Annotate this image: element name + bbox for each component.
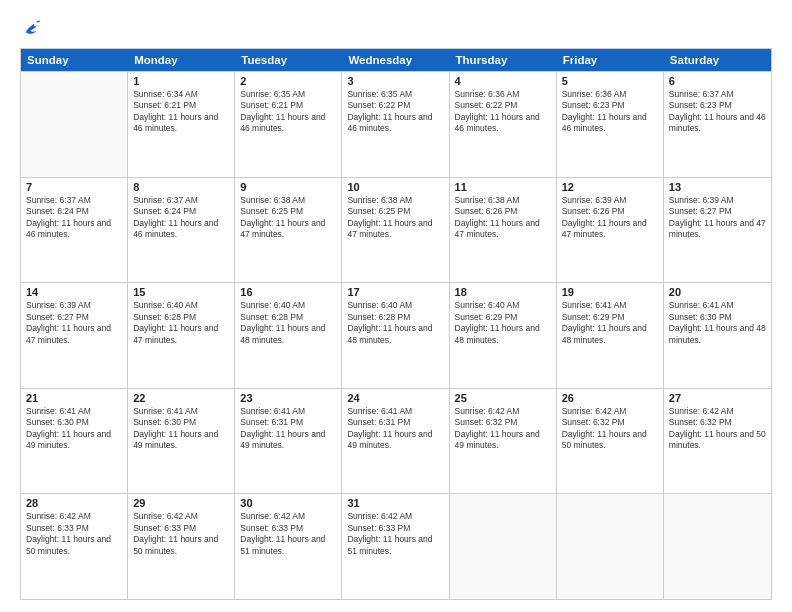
- day-number: 25: [455, 392, 551, 404]
- day-number: 18: [455, 286, 551, 298]
- day-info: Sunrise: 6:41 AMSunset: 6:30 PMDaylight:…: [669, 300, 766, 346]
- day-number: 30: [240, 497, 336, 509]
- day-number: 27: [669, 392, 766, 404]
- day-number: 28: [26, 497, 122, 509]
- day-info: Sunrise: 6:39 AMSunset: 6:26 PMDaylight:…: [562, 195, 658, 241]
- cal-cell-w4-d4: 24Sunrise: 6:41 AMSunset: 6:31 PMDayligh…: [342, 389, 449, 494]
- day-number: 26: [562, 392, 658, 404]
- day-number: 31: [347, 497, 443, 509]
- day-number: 20: [669, 286, 766, 298]
- cal-cell-w3-d6: 19Sunrise: 6:41 AMSunset: 6:29 PMDayligh…: [557, 283, 664, 388]
- week-row-1: 1Sunrise: 6:34 AMSunset: 6:21 PMDaylight…: [21, 71, 771, 177]
- day-info: Sunrise: 6:42 AMSunset: 6:33 PMDaylight:…: [133, 511, 229, 557]
- cal-cell-w3-d1: 14Sunrise: 6:39 AMSunset: 6:27 PMDayligh…: [21, 283, 128, 388]
- day-number: 16: [240, 286, 336, 298]
- page: SundayMondayTuesdayWednesdayThursdayFrid…: [0, 0, 792, 612]
- cal-cell-w4-d6: 26Sunrise: 6:42 AMSunset: 6:32 PMDayligh…: [557, 389, 664, 494]
- day-number: 23: [240, 392, 336, 404]
- cal-cell-w1-d6: 5Sunrise: 6:36 AMSunset: 6:23 PMDaylight…: [557, 72, 664, 177]
- day-number: 1: [133, 75, 229, 87]
- day-info: Sunrise: 6:38 AMSunset: 6:25 PMDaylight:…: [347, 195, 443, 241]
- cal-cell-w4-d7: 27Sunrise: 6:42 AMSunset: 6:32 PMDayligh…: [664, 389, 771, 494]
- cal-cell-w4-d2: 22Sunrise: 6:41 AMSunset: 6:30 PMDayligh…: [128, 389, 235, 494]
- day-number: 8: [133, 181, 229, 193]
- cal-cell-w3-d4: 17Sunrise: 6:40 AMSunset: 6:28 PMDayligh…: [342, 283, 449, 388]
- day-info: Sunrise: 6:41 AMSunset: 6:31 PMDaylight:…: [347, 406, 443, 452]
- day-info: Sunrise: 6:39 AMSunset: 6:27 PMDaylight:…: [26, 300, 122, 346]
- day-info: Sunrise: 6:37 AMSunset: 6:24 PMDaylight:…: [133, 195, 229, 241]
- header-day-tuesday: Tuesday: [235, 49, 342, 71]
- cal-cell-w5-d4: 31Sunrise: 6:42 AMSunset: 6:33 PMDayligh…: [342, 494, 449, 599]
- cal-cell-w4-d5: 25Sunrise: 6:42 AMSunset: 6:32 PMDayligh…: [450, 389, 557, 494]
- cal-cell-w2-d1: 7Sunrise: 6:37 AMSunset: 6:24 PMDaylight…: [21, 178, 128, 283]
- day-info: Sunrise: 6:39 AMSunset: 6:27 PMDaylight:…: [669, 195, 766, 241]
- cal-cell-w1-d5: 4Sunrise: 6:36 AMSunset: 6:22 PMDaylight…: [450, 72, 557, 177]
- day-number: 11: [455, 181, 551, 193]
- day-info: Sunrise: 6:37 AMSunset: 6:23 PMDaylight:…: [669, 89, 766, 135]
- day-number: 4: [455, 75, 551, 87]
- day-info: Sunrise: 6:42 AMSunset: 6:33 PMDaylight:…: [26, 511, 122, 557]
- day-info: Sunrise: 6:40 AMSunset: 6:28 PMDaylight:…: [347, 300, 443, 346]
- calendar-body: 1Sunrise: 6:34 AMSunset: 6:21 PMDaylight…: [21, 71, 771, 599]
- day-number: 17: [347, 286, 443, 298]
- cal-cell-w2-d4: 10Sunrise: 6:38 AMSunset: 6:25 PMDayligh…: [342, 178, 449, 283]
- cal-cell-w2-d3: 9Sunrise: 6:38 AMSunset: 6:25 PMDaylight…: [235, 178, 342, 283]
- header-day-saturday: Saturday: [664, 49, 771, 71]
- day-info: Sunrise: 6:41 AMSunset: 6:30 PMDaylight:…: [133, 406, 229, 452]
- day-number: 6: [669, 75, 766, 87]
- cal-cell-w1-d3: 2Sunrise: 6:35 AMSunset: 6:21 PMDaylight…: [235, 72, 342, 177]
- cal-cell-w5-d5: [450, 494, 557, 599]
- cal-cell-w1-d1: [21, 72, 128, 177]
- week-row-4: 21Sunrise: 6:41 AMSunset: 6:30 PMDayligh…: [21, 388, 771, 494]
- day-info: Sunrise: 6:42 AMSunset: 6:32 PMDaylight:…: [455, 406, 551, 452]
- day-number: 3: [347, 75, 443, 87]
- day-number: 21: [26, 392, 122, 404]
- week-row-2: 7Sunrise: 6:37 AMSunset: 6:24 PMDaylight…: [21, 177, 771, 283]
- logo: [20, 16, 46, 38]
- calendar: SundayMondayTuesdayWednesdayThursdayFrid…: [20, 48, 772, 600]
- cal-cell-w5-d6: [557, 494, 664, 599]
- day-info: Sunrise: 6:38 AMSunset: 6:26 PMDaylight:…: [455, 195, 551, 241]
- cal-cell-w2-d7: 13Sunrise: 6:39 AMSunset: 6:27 PMDayligh…: [664, 178, 771, 283]
- week-row-3: 14Sunrise: 6:39 AMSunset: 6:27 PMDayligh…: [21, 282, 771, 388]
- day-number: 24: [347, 392, 443, 404]
- day-number: 22: [133, 392, 229, 404]
- day-info: Sunrise: 6:41 AMSunset: 6:29 PMDaylight:…: [562, 300, 658, 346]
- calendar-header-row: SundayMondayTuesdayWednesdayThursdayFrid…: [21, 49, 771, 71]
- header-day-sunday: Sunday: [21, 49, 128, 71]
- day-info: Sunrise: 6:35 AMSunset: 6:21 PMDaylight:…: [240, 89, 336, 135]
- day-info: Sunrise: 6:36 AMSunset: 6:23 PMDaylight:…: [562, 89, 658, 135]
- cal-cell-w2-d6: 12Sunrise: 6:39 AMSunset: 6:26 PMDayligh…: [557, 178, 664, 283]
- cal-cell-w3-d7: 20Sunrise: 6:41 AMSunset: 6:30 PMDayligh…: [664, 283, 771, 388]
- cal-cell-w1-d7: 6Sunrise: 6:37 AMSunset: 6:23 PMDaylight…: [664, 72, 771, 177]
- day-number: 2: [240, 75, 336, 87]
- logo-bird-icon: [20, 16, 42, 38]
- day-info: Sunrise: 6:40 AMSunset: 6:28 PMDaylight:…: [240, 300, 336, 346]
- day-number: 13: [669, 181, 766, 193]
- header-day-wednesday: Wednesday: [342, 49, 449, 71]
- day-info: Sunrise: 6:42 AMSunset: 6:33 PMDaylight:…: [240, 511, 336, 557]
- day-info: Sunrise: 6:42 AMSunset: 6:32 PMDaylight:…: [562, 406, 658, 452]
- day-number: 14: [26, 286, 122, 298]
- day-info: Sunrise: 6:41 AMSunset: 6:30 PMDaylight:…: [26, 406, 122, 452]
- day-info: Sunrise: 6:34 AMSunset: 6:21 PMDaylight:…: [133, 89, 229, 135]
- day-number: 10: [347, 181, 443, 193]
- day-info: Sunrise: 6:40 AMSunset: 6:28 PMDaylight:…: [133, 300, 229, 346]
- day-info: Sunrise: 6:36 AMSunset: 6:22 PMDaylight:…: [455, 89, 551, 135]
- week-row-5: 28Sunrise: 6:42 AMSunset: 6:33 PMDayligh…: [21, 493, 771, 599]
- day-info: Sunrise: 6:40 AMSunset: 6:29 PMDaylight:…: [455, 300, 551, 346]
- cal-cell-w5-d2: 29Sunrise: 6:42 AMSunset: 6:33 PMDayligh…: [128, 494, 235, 599]
- cal-cell-w4-d1: 21Sunrise: 6:41 AMSunset: 6:30 PMDayligh…: [21, 389, 128, 494]
- cal-cell-w5-d7: [664, 494, 771, 599]
- day-number: 29: [133, 497, 229, 509]
- cal-cell-w1-d4: 3Sunrise: 6:35 AMSunset: 6:22 PMDaylight…: [342, 72, 449, 177]
- day-number: 9: [240, 181, 336, 193]
- day-info: Sunrise: 6:35 AMSunset: 6:22 PMDaylight:…: [347, 89, 443, 135]
- day-info: Sunrise: 6:38 AMSunset: 6:25 PMDaylight:…: [240, 195, 336, 241]
- cal-cell-w3-d5: 18Sunrise: 6:40 AMSunset: 6:29 PMDayligh…: [450, 283, 557, 388]
- cal-cell-w5-d1: 28Sunrise: 6:42 AMSunset: 6:33 PMDayligh…: [21, 494, 128, 599]
- cal-cell-w3-d3: 16Sunrise: 6:40 AMSunset: 6:28 PMDayligh…: [235, 283, 342, 388]
- cal-cell-w2-d2: 8Sunrise: 6:37 AMSunset: 6:24 PMDaylight…: [128, 178, 235, 283]
- cal-cell-w3-d2: 15Sunrise: 6:40 AMSunset: 6:28 PMDayligh…: [128, 283, 235, 388]
- header-day-friday: Friday: [557, 49, 664, 71]
